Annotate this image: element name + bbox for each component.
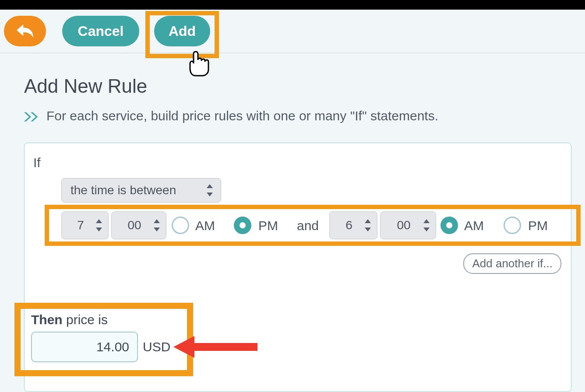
end-am-label: AM: [464, 218, 484, 233]
page-subtitle: For each service, build price rules with…: [46, 108, 438, 123]
start-hour-select[interactable]: 7: [61, 211, 109, 239]
price-value: 14.00: [96, 340, 129, 354]
stepper-arrows-icon: [153, 219, 161, 231]
end-am-radio[interactable]: [441, 217, 458, 234]
stepper-arrows-icon: [95, 219, 103, 231]
add-button[interactable]: Add: [154, 16, 210, 46]
stepper-arrows-icon: [364, 219, 372, 231]
page-title: Add New Rule: [24, 75, 147, 97]
and-label: and: [297, 218, 319, 233]
start-minute-value: 00: [121, 218, 156, 232]
start-pm-radio[interactable]: [234, 217, 251, 234]
cancel-button-label: Cancel: [78, 23, 124, 39]
window-top-bar: [0, 0, 585, 10]
start-am-radio[interactable]: [172, 217, 189, 234]
condition-type-select[interactable]: the time is between: [61, 178, 221, 203]
undo-arrow-icon: [15, 22, 35, 40]
end-minute-value: 00: [391, 218, 425, 232]
if-label: If: [33, 155, 41, 170]
add-another-if-button[interactable]: Add another if...: [463, 253, 561, 274]
stepper-arrows-icon: [206, 184, 214, 196]
then-prefix: Then: [31, 312, 63, 327]
toolbar: Cancel Add: [0, 10, 585, 53]
stepper-arrows-icon: [423, 219, 430, 231]
end-pm-radio[interactable]: [504, 217, 521, 234]
condition-type-label: the time is between: [70, 183, 176, 197]
add-another-if-label: Add another if...: [472, 257, 553, 270]
price-input[interactable]: 14.00: [31, 332, 138, 362]
end-pm-label: PM: [528, 218, 548, 233]
start-am-label: AM: [195, 218, 215, 233]
end-hour-select[interactable]: 6: [329, 211, 377, 239]
add-button-label: Add: [169, 23, 196, 39]
back-button[interactable]: [4, 16, 46, 46]
then-label: Then price is: [31, 312, 108, 327]
then-rest: price is: [63, 312, 108, 327]
end-minute-select[interactable]: 00: [380, 211, 436, 239]
double-chevron-icon: [23, 111, 40, 124]
end-hour-value: 6: [339, 218, 367, 232]
start-pm-label: PM: [258, 218, 278, 233]
start-minute-select[interactable]: 00: [111, 211, 166, 239]
cancel-button[interactable]: Cancel: [62, 16, 139, 46]
currency-label: USD: [143, 340, 170, 354]
cursor-pointer-icon: [186, 50, 210, 78]
